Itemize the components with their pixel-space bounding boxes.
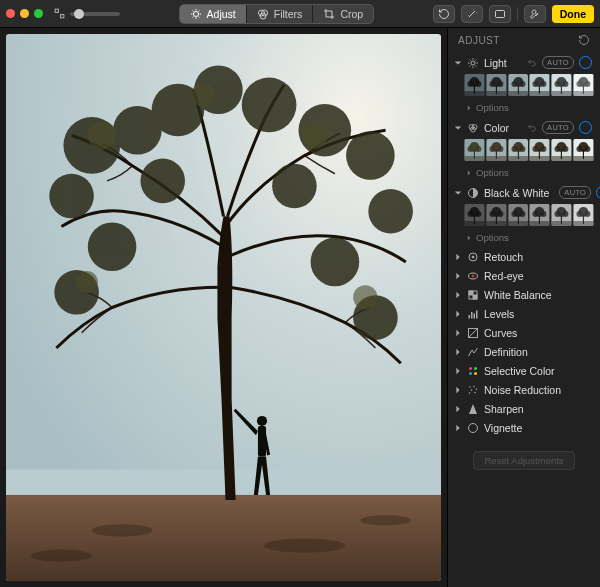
color-presets-thumb-2[interactable] [508,139,529,161]
svg-point-123 [489,211,495,217]
svg-point-42 [475,81,481,87]
noise-icon [467,384,479,396]
undo-icon[interactable] [527,58,537,68]
svg-point-21 [311,238,360,287]
bw-presets-thumb-5[interactable] [573,204,594,226]
svg-point-86 [489,146,495,152]
bw-presets-thumb-4[interactable] [551,204,572,226]
section-vignette[interactable]: Vignette [448,418,600,437]
svg-point-164 [474,372,477,375]
photo[interactable] [6,34,441,581]
chevron-right-icon [454,291,462,299]
svg-point-18 [368,189,413,234]
section-selcolor[interactable]: Selective Color [448,361,600,380]
section-color[interactable]: Color AUTO [448,117,600,137]
bw-options[interactable]: Options [448,230,600,247]
section-noise[interactable]: Noise Reduction [448,380,600,399]
bw-presets-thumb-1[interactable] [486,204,507,226]
section-light[interactable]: Light AUTO [448,52,600,72]
section-levels[interactable]: Levels [448,304,600,323]
redeye-icon [467,270,479,282]
chevron-right-icon [454,253,462,261]
light-presets-thumb-4[interactable] [551,74,572,96]
zoom-slider[interactable] [70,12,120,16]
light-presets-thumb-3[interactable] [529,74,550,96]
reset-adjustments-button[interactable]: Reset Adjustments [473,451,574,470]
section-wb[interactable]: White Balance [448,285,600,304]
maximize-window-button[interactable] [34,9,43,18]
done-label: Done [560,8,586,20]
compare-icon [494,8,506,20]
svg-point-17 [346,131,395,180]
retouch-label: Retouch [484,251,592,263]
sidebar-title: ADJUST [458,35,500,46]
section-retouch[interactable]: Retouch [448,247,600,266]
chevron-right-icon [454,405,462,413]
svg-point-25 [88,121,116,149]
section-sharpen[interactable]: Sharpen [448,399,600,418]
close-window-button[interactable] [6,9,15,18]
section-definition[interactable]: Definition [448,342,600,361]
bw-presets [448,202,600,230]
color-presets-thumb-0[interactable] [464,139,485,161]
selcolor-label: Selective Color [484,365,592,377]
light-presets-thumb-5[interactable] [573,74,594,96]
svg-point-2 [193,11,198,16]
section-curves[interactable]: Curves [448,323,600,342]
chevron-right-icon [454,367,462,375]
color-presets-thumb-5[interactable] [573,139,594,161]
color-auto-button[interactable]: AUTO [542,121,574,134]
color-presets-thumb-1[interactable] [486,139,507,161]
svg-point-71 [577,81,583,87]
tab-crop[interactable]: Crop [313,5,373,23]
light-auto-button[interactable]: AUTO [542,56,574,69]
svg-rect-6 [495,10,504,17]
tab-adjust[interactable]: Adjust [180,5,247,23]
section-redeye[interactable]: Red-eye [448,266,600,285]
zoom-control [53,7,120,20]
light-presets [448,72,600,100]
undo-icon[interactable] [527,123,537,133]
rotate-ccw-button[interactable] [433,5,455,23]
svg-point-104 [555,146,561,152]
vignette-icon [467,422,479,434]
svg-point-105 [563,146,569,152]
svg-rect-155 [473,295,477,299]
chevron-right-icon [454,386,462,394]
bw-auto-button[interactable]: AUTO [559,186,591,199]
retouch-icon [467,251,479,263]
bw-presets-thumb-0[interactable] [464,204,485,226]
light-options[interactable]: Options [448,100,600,117]
color-toggle[interactable] [579,121,592,134]
svg-rect-9 [6,495,441,581]
svg-point-66 [563,81,569,87]
done-button[interactable]: Done [552,5,594,23]
bw-presets-thumb-3[interactable] [529,204,550,226]
magic-wand-icon [466,8,478,20]
bw-toggle[interactable] [596,186,600,199]
light-presets-thumb-2[interactable] [508,74,529,96]
svg-point-118 [475,211,481,217]
svg-point-117 [467,211,473,217]
minimize-window-button[interactable] [20,9,29,18]
tab-filters[interactable]: Filters [247,5,314,23]
section-bw[interactable]: Black & White AUTO [448,182,600,202]
enhance-button[interactable] [461,5,483,23]
svg-rect-159 [476,311,478,319]
levels-icon [467,308,479,320]
color-presets-thumb-3[interactable] [529,139,550,161]
light-toggle[interactable] [579,56,592,69]
mode-tabs: Adjust Filters Crop [179,4,375,24]
color-options[interactable]: Options [448,165,600,182]
color-presets-thumb-4[interactable] [551,139,572,161]
color-presets [448,137,600,165]
light-presets-thumb-1[interactable] [486,74,507,96]
bw-presets-thumb-2[interactable] [508,204,529,226]
light-presets-thumb-0[interactable] [464,74,485,96]
tab-crop-label: Crop [340,8,363,20]
compare-button[interactable] [489,5,511,23]
svg-point-23 [140,159,185,204]
sidebar-header: ADJUST [448,28,600,52]
revert-icon[interactable] [578,34,590,46]
tools-button[interactable] [524,5,546,23]
